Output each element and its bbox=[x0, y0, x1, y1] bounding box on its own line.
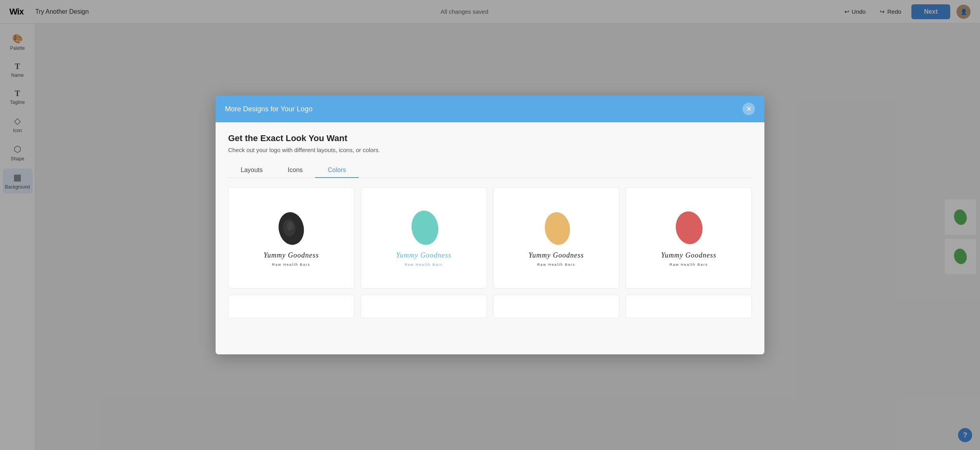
logo-card-8[interactable] bbox=[626, 295, 752, 318]
logo-text-sub-yellow: Raw Health Bars bbox=[537, 263, 575, 267]
logo-card-teal[interactable]: Yummy Goodness Raw Health Bars bbox=[361, 187, 487, 289]
modal-subheading: Check out your logo with different layou… bbox=[228, 147, 752, 153]
modal-dialog: More Designs for Your Logo ✕ Get the Exa… bbox=[216, 96, 764, 354]
tab-bar: Layouts Icons Colors bbox=[228, 163, 752, 178]
logo-card-red-inner: Yummy Goodness Raw Health Bars bbox=[626, 201, 751, 274]
logo-text-sub-dark: Raw Health Bars bbox=[272, 263, 310, 267]
logo-text-main-yellow: Yummy Goodness bbox=[529, 251, 584, 259]
logo-card-dark-inner: Yummy Goodness Raw Health Bars bbox=[229, 201, 354, 274]
tab-icons[interactable]: Icons bbox=[275, 163, 315, 178]
logo-card-red[interactable]: Yummy Goodness Raw Health Bars bbox=[626, 187, 752, 289]
svg-point-6 bbox=[543, 210, 572, 247]
logo-card-7[interactable] bbox=[493, 295, 619, 318]
logo-text-main-red: Yummy Goodness bbox=[661, 251, 717, 259]
logo-grid: Yummy Goodness Raw Health Bars Yummy Goo… bbox=[228, 187, 752, 345]
logo-text-main-dark: Yummy Goodness bbox=[264, 251, 319, 259]
modal-close-button[interactable]: ✕ bbox=[742, 103, 755, 115]
logo-card-5[interactable] bbox=[228, 295, 354, 318]
svg-point-5 bbox=[409, 209, 441, 247]
logo-shape-red bbox=[671, 209, 706, 248]
tab-layouts[interactable]: Layouts bbox=[228, 163, 275, 178]
logo-card-yellow-inner: Yummy Goodness Raw Health Bars bbox=[494, 201, 619, 274]
svg-point-7 bbox=[673, 210, 704, 246]
modal-heading: Get the Exact Look You Want bbox=[228, 133, 752, 143]
modal-title: More Designs for Your Logo bbox=[225, 105, 312, 113]
modal-body: Get the Exact Look You Want Check out yo… bbox=[216, 122, 764, 354]
logo-text-sub-red: Raw Health Bars bbox=[670, 263, 708, 267]
logo-shape-yellow bbox=[539, 209, 574, 248]
logo-card-teal-inner: Yummy Goodness Raw Health Bars bbox=[361, 201, 486, 274]
modal-header: More Designs for Your Logo ✕ bbox=[216, 96, 764, 122]
tab-colors[interactable]: Colors bbox=[315, 163, 358, 178]
logo-text-sub-teal: Raw Health Bars bbox=[405, 263, 443, 267]
logo-card-6[interactable] bbox=[361, 295, 487, 318]
modal-overlay: More Designs for Your Logo ✕ Get the Exa… bbox=[0, 0, 980, 450]
logo-card-dark[interactable]: Yummy Goodness Raw Health Bars bbox=[228, 187, 354, 289]
logo-text-main-teal: Yummy Goodness bbox=[396, 251, 452, 259]
logo-shape-dark bbox=[274, 209, 309, 248]
logo-card-yellow[interactable]: Yummy Goodness Raw Health Bars bbox=[493, 187, 619, 289]
logo-shape-teal bbox=[406, 209, 441, 248]
